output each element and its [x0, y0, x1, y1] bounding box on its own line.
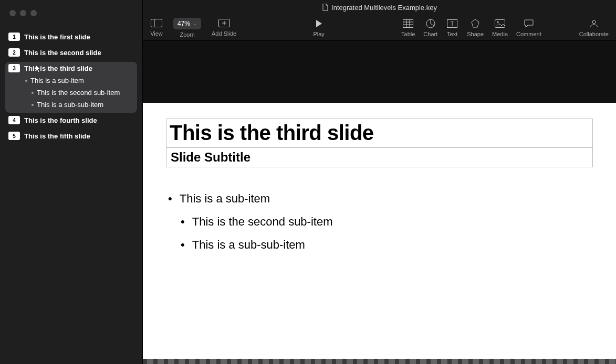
- body-text-box[interactable]: • This is a sub-item • This is the secon…: [166, 187, 593, 256]
- main-area: Integrated Multilevels Example.key View …: [143, 0, 616, 364]
- toolbar: View 47% ⌄ Zoom Add Slide: [143, 15, 616, 41]
- slide-title-label: This is the fourth slide: [24, 116, 97, 124]
- comment-button[interactable]: Comment: [516, 18, 541, 37]
- media-button[interactable]: Media: [492, 18, 508, 37]
- outline-sub-item[interactable]: This is a sub-item: [9, 74, 137, 87]
- canvas-area: This is the third slide Slide Subtitle •…: [143, 41, 616, 364]
- svg-rect-0: [151, 19, 162, 27]
- svg-rect-5: [403, 19, 413, 27]
- bullet-text: This is a sub-item: [180, 187, 270, 210]
- minimize-window-button[interactable]: [20, 10, 26, 16]
- title-text-box[interactable]: This is the third slide Slide Subtitle: [166, 119, 593, 167]
- sidebar-icon: [151, 19, 162, 27]
- close-window-button[interactable]: [9, 10, 16, 16]
- toolbar-label: Shape: [467, 31, 484, 37]
- svg-text:T: T: [451, 21, 454, 27]
- toolbar-label: Chart: [423, 31, 437, 37]
- slide-title-label: This is the fifth slide: [24, 132, 90, 140]
- collaborate-icon: [588, 19, 600, 28]
- canvas-backdrop-bottom: [143, 359, 616, 364]
- media-icon: [495, 19, 505, 28]
- collaborate-button[interactable]: Collaborate: [579, 18, 609, 37]
- canvas-backdrop-top: [143, 41, 616, 103]
- comment-icon: [524, 19, 534, 28]
- toolbar-label: Zoom: [180, 31, 194, 38]
- slide-canvas[interactable]: This is the third slide Slide Subtitle •…: [143, 103, 616, 359]
- chevron-down-icon: ⌄: [193, 21, 197, 26]
- shape-icon: [471, 19, 480, 28]
- outline-sub-item[interactable]: This is a sub-sub-item: [9, 99, 137, 111]
- outline-slide-3[interactable]: 3 This is the third slide This is a sub-…: [5, 62, 137, 113]
- bullet-text: This is the second sub-item: [192, 210, 333, 233]
- play-icon: [315, 19, 323, 28]
- svg-point-14: [497, 21, 499, 23]
- zoom-value: 47%: [178, 20, 190, 27]
- outline-sub-label: This is the second sub-item: [37, 89, 120, 97]
- toolbar-label: Play: [313, 31, 324, 37]
- chart-icon: [426, 19, 435, 28]
- maximize-window-button[interactable]: [30, 10, 37, 16]
- play-button[interactable]: Play: [312, 18, 325, 37]
- slide-title-label: This is the third slide: [24, 65, 92, 72]
- bullet-icon: [25, 80, 27, 82]
- document-icon: [322, 4, 328, 11]
- toolbar-label: Add Slide: [212, 30, 236, 37]
- outline-slide-5[interactable]: 5 This is the fifth slide: [5, 130, 137, 144]
- document-title: Integrated Multilevels Example.key: [331, 4, 437, 12]
- view-button[interactable]: View: [150, 18, 163, 37]
- slide-title-label: This is the first slide: [24, 33, 90, 41]
- outline-list: 1 This is the first slide 2 This is the …: [0, 26, 142, 149]
- toolbar-label: Text: [447, 31, 457, 37]
- outline-sub-label: This is a sub-item: [30, 77, 84, 84]
- slide-number-badge: 2: [8, 48, 20, 57]
- toolbar-label: Media: [492, 31, 508, 37]
- toolbar-label: Collaborate: [579, 31, 609, 37]
- window-controls: [0, 0, 142, 26]
- bullet-icon: [32, 92, 34, 94]
- plus-slide-icon: [218, 19, 230, 27]
- bullet-icon: [32, 104, 34, 106]
- toolbar-label: Table: [401, 31, 415, 37]
- slide-title[interactable]: This is the third slide: [166, 119, 592, 147]
- outline-slide-4[interactable]: 4 This is the fourth slide: [5, 114, 137, 129]
- zoom-button[interactable]: 47% ⌄ Zoom: [173, 18, 201, 38]
- bullet-icon: •: [181, 210, 185, 233]
- outline-slide-1[interactable]: 1 This is the first slide: [5, 30, 137, 45]
- bullet-line[interactable]: • This is the second sub-item: [166, 210, 593, 233]
- add-slide-button[interactable]: Add Slide: [212, 18, 236, 37]
- window-titlebar: Integrated Multilevels Example.key: [143, 0, 616, 15]
- bullet-text: This is a sub-sub-item: [192, 233, 305, 256]
- bullet-line[interactable]: • This is a sub-item: [166, 187, 593, 210]
- bullet-line[interactable]: • This is a sub-sub-item: [166, 233, 593, 256]
- slide-number-badge: 4: [8, 116, 20, 124]
- table-icon: [403, 19, 413, 28]
- slide-number-badge: 5: [8, 132, 20, 140]
- slide-number-badge: 1: [8, 33, 20, 41]
- text-icon: T: [447, 19, 457, 28]
- bullet-icon: •: [181, 233, 185, 256]
- shape-button[interactable]: Shape: [467, 18, 484, 37]
- slide-number-badge: 3: [8, 64, 20, 72]
- text-button[interactable]: T Text: [446, 18, 458, 37]
- svg-point-15: [592, 20, 596, 24]
- slide-subtitle[interactable]: Slide Subtitle: [166, 147, 592, 167]
- chart-button[interactable]: Chart: [423, 18, 437, 37]
- outline-slide-2[interactable]: 2 This is the second slide: [5, 46, 137, 61]
- toolbar-label: View: [150, 30, 163, 37]
- table-button[interactable]: Table: [401, 18, 415, 37]
- outline-sub-label: This is a sub-sub-item: [37, 101, 103, 109]
- outline-sidebar: 1 This is the first slide 2 This is the …: [0, 0, 143, 364]
- toolbar-label: Comment: [516, 31, 541, 37]
- outline-sub-item[interactable]: This is the second sub-item: [9, 87, 137, 99]
- slide-title-label: This is the second slide: [24, 49, 101, 57]
- bullet-icon: •: [168, 187, 172, 210]
